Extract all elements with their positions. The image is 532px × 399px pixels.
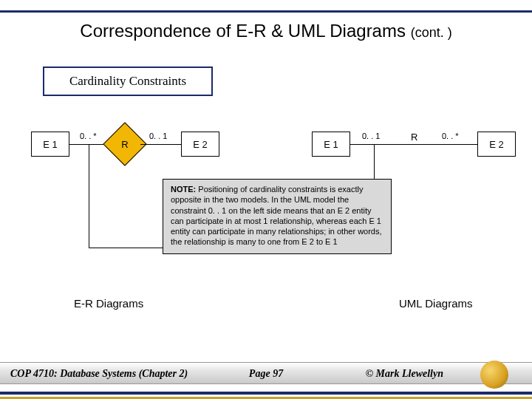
note-connector-left-v (89, 145, 89, 248)
cardinality-constraints-box: Cardinality Constraints (43, 66, 213, 96)
uml-class-e1-label: E 1 (324, 139, 338, 150)
er-card-right: 0. . 1 (149, 132, 167, 140)
section-er-label: E-R Diagrams (74, 297, 143, 310)
bottom-rule-blue (0, 392, 532, 395)
uml-association-line (350, 144, 477, 145)
top-rule (0, 10, 532, 13)
er-card-left: 0. . * (80, 132, 97, 140)
er-line-r-e2 (140, 144, 181, 145)
er-entity-e1: E 1 (31, 132, 69, 157)
er-entity-e1-label: E 1 (43, 139, 58, 150)
note-label: NOTE: (171, 185, 196, 194)
ucf-logo-icon (480, 361, 508, 389)
cardinality-constraints-label: Cardinality Constraints (69, 74, 186, 89)
section-uml-label: UML Diagrams (399, 297, 472, 310)
uml-class-e1: E 1 (312, 132, 350, 157)
er-entity-e2-label: E 2 (193, 139, 208, 150)
er-relationship-label: R (109, 129, 140, 160)
er-entity-e2: E 2 (181, 132, 219, 157)
uml-card-right: 0. . * (442, 132, 459, 140)
note-body: Positioning of cardinality constraints i… (171, 185, 382, 246)
copyright-footer: © Mark Llewellyn (366, 368, 443, 380)
note-box: NOTE: Positioning of cardinality constra… (163, 179, 392, 254)
uml-class-e2-label: E 2 (489, 139, 504, 150)
uml-association-name: R (411, 132, 417, 143)
er-relationship-diamond: R (109, 129, 140, 160)
uml-card-left: 0. . 1 (362, 132, 380, 140)
slide-title: Correspondence of E-R & UML Diagrams (co… (0, 21, 532, 41)
note-connector-left-h (89, 248, 163, 248)
title-main: Correspondence of E-R & UML Diagrams (80, 21, 406, 41)
title-cont: (cont. ) (411, 25, 452, 40)
uml-class-e2: E 2 (477, 132, 516, 157)
page-number: Page 97 (0, 368, 532, 380)
